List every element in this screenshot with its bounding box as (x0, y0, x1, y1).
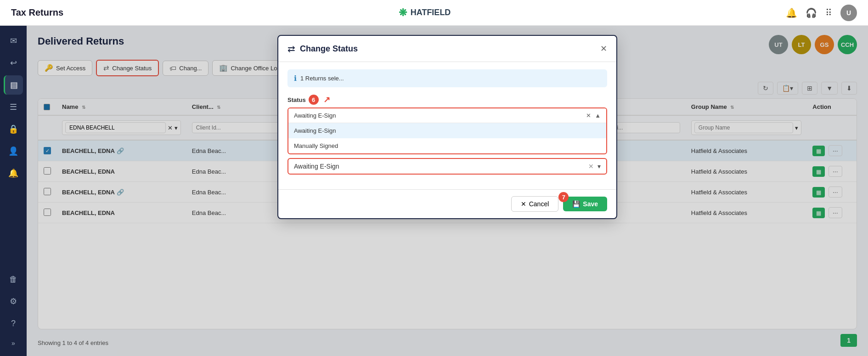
main-content: Delivered Returns UT LT GS CCH 🔑 Set Acc… (27, 26, 868, 356)
brand-name: HATFIELD (411, 8, 451, 17)
sidebar-item-list[interactable]: ☰ (4, 97, 23, 117)
page-header-title: Tax Returns (11, 7, 63, 18)
grid-icon-btn[interactable]: ⠿ (825, 7, 832, 18)
dropdown-option-esign[interactable]: Awaiting E-Sign (288, 123, 606, 138)
modal-title: Change Status (300, 44, 358, 54)
save-button[interactable]: 7 💾 Save (563, 197, 607, 211)
dropdown-popup-current: Awaiting E-Sign (294, 112, 336, 119)
dropdown-popup: Awaiting E-Sign ✕ ▲ Awaiting E-Sign Manu… (287, 107, 607, 154)
top-nav: Tax Returns ❋ HATFIELD 🔔 🎧 ⠿ U (0, 0, 868, 26)
modal-close-btn[interactable]: ✕ (600, 44, 607, 54)
top-nav-right: 🔔 🎧 ⠿ U (786, 5, 857, 21)
sidebar-bottom: 🗑 ⚙ ? » (4, 270, 23, 350)
save-icon: 💾 (572, 200, 580, 208)
dropdown-label: Status 6 ↗ (287, 95, 607, 105)
sidebar: ✉ ↩ ▤ ☰ 🔒 👤 🔔 🗑 ⚙ ? » (0, 26, 27, 356)
brand-center: ❋ HATFIELD (399, 7, 451, 19)
sidebar-item-help[interactable]: ? (4, 314, 23, 333)
change-status-modal: ⇄ Change Status ✕ ℹ 1 Returns sele... St… (277, 35, 617, 219)
sidebar-item-mail[interactable]: ✉ (4, 31, 23, 51)
sidebar-item-documents[interactable]: ▤ (4, 75, 23, 95)
dropdown-input-row[interactable]: ✕ ▾ (287, 158, 607, 175)
cancel-label: Cancel (529, 200, 549, 208)
step-6-badge: 6 (309, 95, 319, 105)
headset-icon-btn[interactable]: 🎧 (806, 7, 817, 18)
cancel-button[interactable]: ✕ Cancel (511, 196, 559, 212)
sidebar-item-settings[interactable]: ⚙ (4, 292, 23, 311)
modal-body: ℹ 1 Returns sele... Status 6 ↗ Awaiting … (278, 62, 616, 189)
dropdown-popup-header: Awaiting E-Sign ✕ ▲ (288, 108, 606, 123)
sidebar-expand-btn[interactable]: » (8, 336, 19, 350)
dropdown-input[interactable] (294, 163, 585, 170)
modal-title-icon: ⇄ (287, 43, 295, 54)
step-7-badge: 7 (558, 192, 569, 202)
logo-icon: ❋ (399, 7, 407, 19)
sidebar-item-security[interactable]: 🔒 (4, 119, 23, 139)
user-avatar[interactable]: U (840, 5, 857, 21)
dropdown-wrapper: Status 6 ↗ Awaiting E-Sign ✕ ▲ (287, 95, 607, 175)
step-arrow-icon: ↗ (323, 95, 330, 105)
info-icon: ℹ (294, 74, 297, 83)
dropdown-input-chevron-btn[interactable]: ▾ (597, 163, 601, 170)
modal-header: ⇄ Change Status ✕ (278, 36, 616, 62)
notifications-icon-btn[interactable]: 🔔 (786, 7, 797, 18)
dropdown-option-manual[interactable]: Manually Signed (288, 138, 606, 153)
dd-collapse-btn[interactable]: ▲ (595, 112, 601, 119)
sidebar-item-users[interactable]: 👤 (4, 141, 23, 161)
sidebar-item-notifications[interactable]: 🔔 (4, 164, 23, 183)
dd-clear-btn[interactable]: ✕ (586, 112, 591, 119)
sidebar-item-trash[interactable]: 🗑 (4, 270, 23, 289)
dd-icons: ✕ ▲ (586, 112, 601, 119)
dropdown-input-clear-btn[interactable]: ✕ (588, 163, 594, 170)
modal-overlay: ⇄ Change Status ✕ ℹ 1 Returns sele... St… (27, 26, 868, 356)
info-banner: ℹ 1 Returns sele... (287, 69, 607, 87)
main-layout: ✉ ↩ ▤ ☰ 🔒 👤 🔔 🗑 ⚙ ? » Delivered Returns … (0, 26, 868, 356)
info-text: 1 Returns sele... (300, 75, 344, 82)
save-label: Save (583, 200, 598, 208)
status-label-text: Status (287, 96, 306, 103)
modal-footer: ✕ Cancel 7 💾 Save (278, 189, 616, 218)
cancel-x-icon: ✕ (521, 200, 526, 208)
sidebar-item-returns[interactable]: ↩ (4, 53, 23, 73)
